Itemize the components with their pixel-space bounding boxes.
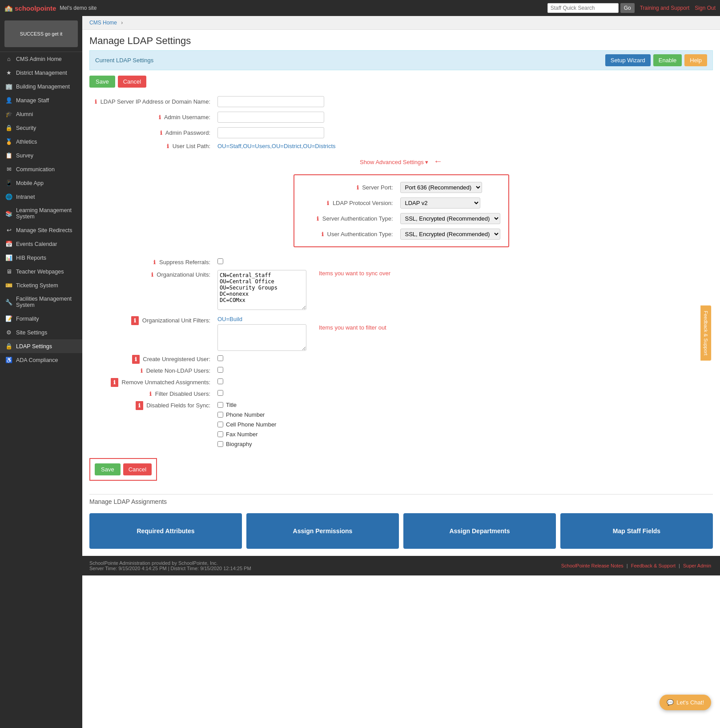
user-auth-row: ℹ User Authentication Type: SSL, Encrypt… [299, 226, 504, 242]
server-port-info-icon[interactable]: ℹ [357, 185, 359, 191]
sidebar-item-survey[interactable]: 📋 Survey [0, 149, 82, 162]
sidebar-item-site-settings[interactable]: ⚙ Site Settings [0, 326, 82, 339]
ada-compliance-icon: ♿ [5, 357, 12, 363]
sidebar-item-cms-admin[interactable]: ⌂ CMS Admin Home [0, 52, 82, 66]
admin-password-info-icon[interactable]: ℹ [160, 130, 162, 136]
user-list-path-info-icon[interactable]: ℹ [167, 143, 169, 149]
org-units-info-icon[interactable]: ℹ [151, 272, 153, 278]
admin-username-info-icon[interactable]: ℹ [159, 114, 161, 121]
disabled-field-biography[interactable]: Biography [217, 441, 709, 447]
assignment-card-assign-departments[interactable]: Assign Departments [403, 513, 556, 549]
protocol-version-select[interactable]: LDAP v2 LDAP v3 [400, 197, 480, 209]
staff-search-input[interactable] [547, 3, 619, 13]
disabled-field-fax-checkbox[interactable] [217, 431, 223, 437]
filter-disabled-info-icon[interactable]: ℹ [149, 391, 152, 397]
top-save-button[interactable]: Save [89, 76, 115, 88]
show-advanced-link[interactable]: Show Advanced Settings ▾ [360, 159, 428, 165]
sidebar-item-teacher-webpages[interactable]: 🖥 Teacher Webpages [0, 265, 82, 278]
disabled-field-phone[interactable]: Phone Number [217, 411, 709, 418]
chat-icon: 💬 [667, 699, 674, 706]
create-unregistered-checkbox[interactable] [217, 355, 223, 361]
release-notes-link[interactable]: SchoolPointe Release Notes [561, 563, 623, 568]
disabled-fields-list: Title Phone Number Cell Phone Number [217, 402, 709, 449]
disabled-field-phone-checkbox[interactable] [217, 412, 223, 418]
protocol-version-info-icon[interactable]: ℹ [327, 200, 329, 206]
sidebar-item-building-mgmt[interactable]: 🏢 Building Management [0, 80, 82, 93]
sidebar-item-alumni[interactable]: 🎓 Alumni [0, 107, 82, 121]
org-unit-filter-info-icon[interactable]: ℹ [131, 316, 139, 325]
filter-disabled-checkbox[interactable] [217, 390, 223, 396]
disabled-field-cell-phone[interactable]: Cell Phone Number [217, 421, 709, 428]
setup-wizard-button[interactable]: Setup Wizard [605, 54, 651, 66]
suppress-referrals-checkbox[interactable] [217, 258, 223, 264]
server-auth-select[interactable]: SSL, Encrypted (Recommended) None [400, 213, 500, 224]
suppress-referrals-label: ℹ Suppress Referrals: [89, 256, 214, 268]
sidebar-item-site-redirects[interactable]: ↩ Manage Site Redirects [0, 223, 82, 237]
help-button[interactable]: Help [684, 54, 707, 66]
top-cancel-button[interactable]: Cancel [118, 76, 146, 88]
super-admin-link[interactable]: Super Admin [683, 563, 711, 568]
sidebar-item-athletics[interactable]: 🏅 Athletics [0, 135, 82, 149]
suppress-referrals-info-icon[interactable]: ℹ [153, 259, 156, 265]
admin-password-input[interactable] [217, 127, 324, 138]
sidebar-item-district-mgmt[interactable]: ★ District Management [0, 66, 82, 80]
create-unregistered-info-icon[interactable]: ℹ [132, 355, 140, 364]
user-auth-info-icon[interactable]: ℹ [322, 231, 324, 237]
enable-button[interactable]: Enable [653, 54, 682, 66]
district-mgmt-icon: ★ [5, 69, 12, 76]
sidebar-item-ldap-settings[interactable]: 🔒 LDAP Settings [0, 339, 82, 353]
server-ip-info-icon[interactable]: ℹ [95, 99, 97, 105]
remove-unmatched-info-icon[interactable]: ℹ [111, 378, 118, 387]
org-units-textarea[interactable]: CN=Central_Staff OU=Central Office OU=Se… [217, 270, 306, 310]
sidebar-item-intranet[interactable]: 🌐 Intranet [0, 190, 82, 204]
disabled-fields-info-icon[interactable]: ℹ [136, 401, 143, 410]
sidebar-item-communication[interactable]: ✉ Communication [0, 162, 82, 176]
user-auth-select[interactable]: SSL, Encrypted (Recommended) None [400, 229, 500, 240]
sidebar-item-survey-label: Survey [16, 153, 33, 159]
server-auth-info-icon[interactable]: ℹ [317, 216, 319, 222]
delete-non-ldap-info-icon[interactable]: ℹ [141, 368, 143, 374]
bottom-save-button[interactable]: Save [95, 463, 121, 475]
delete-non-ldap-row: ℹ Delete Non-LDAP Users: [89, 365, 713, 376]
admin-username-input[interactable] [217, 112, 324, 123]
sidebar-item-manage-staff[interactable]: 👤 Manage Staff [0, 93, 82, 107]
sidebar-item-hib-reports[interactable]: 📊 HIB Reports [0, 251, 82, 265]
sidebar-item-events-calendar[interactable]: 📅 Events Calendar [0, 237, 82, 251]
sidebar-item-formality[interactable]: 📝 Formality [0, 312, 82, 326]
bottom-cancel-button[interactable]: Cancel [123, 463, 152, 475]
sidebar-item-facilities[interactable]: 🔧 Facilities Management System [0, 292, 82, 312]
server-port-select-cell: Port 636 (Recommended) Port 389 [397, 180, 504, 195]
assignment-card-assign-permissions[interactable]: Assign Permissions [246, 513, 399, 549]
disabled-field-fax[interactable]: Fax Number [217, 431, 709, 438]
disabled-field-cell-phone-checkbox[interactable] [217, 422, 223, 427]
server-ip-input[interactable] [217, 96, 324, 107]
signout-link[interactable]: Sign Out [695, 5, 716, 11]
delete-non-ldap-checkbox[interactable] [217, 367, 223, 373]
disabled-field-cell-phone-label: Cell Phone Number [226, 421, 276, 428]
sidebar-item-ada-compliance[interactable]: ♿ ADA Compliance [0, 353, 82, 367]
breadcrumb: CMS Home › [82, 16, 720, 30]
assignment-card-map-staff-fields[interactable]: Map Staff Fields [560, 513, 713, 549]
disabled-field-biography-checkbox[interactable] [217, 441, 223, 447]
sidebar-item-lms[interactable]: 📚 Learning Management System [0, 204, 82, 223]
disabled-field-fax-label: Fax Number [226, 431, 258, 438]
training-link[interactable]: Training and Support [640, 5, 690, 11]
breadcrumb-home[interactable]: CMS Home [89, 20, 117, 26]
sidebar-item-staff-label: Manage Staff [16, 97, 49, 104]
assignment-card-required-attributes[interactable]: Required Attributes [89, 513, 242, 549]
feedback-tab[interactable]: Feedback & Support [700, 305, 711, 360]
feedback-support-link[interactable]: Feedback & Support [631, 563, 676, 568]
sidebar-item-ticketing[interactable]: 🎫 Ticketing System [0, 278, 82, 292]
org-unit-filter-textarea[interactable] [217, 324, 306, 351]
remove-unmatched-checkbox[interactable] [217, 378, 223, 384]
sidebar-item-security[interactable]: 🔒 Security [0, 121, 82, 135]
sidebar-item-mobile-app[interactable]: 📱 Mobile App [0, 176, 82, 190]
page-header: Manage LDAP Settings [82, 30, 720, 50]
ldap-settings-icon: 🔒 [5, 343, 12, 350]
disabled-field-title[interactable]: Title [217, 402, 709, 408]
chat-button[interactable]: 💬 Let's Chat! [660, 695, 711, 710]
server-port-select[interactable]: Port 636 (Recommended) Port 389 [400, 182, 482, 193]
staff-search-button[interactable]: Go [620, 3, 635, 13]
sidebar-item-district-label: District Management [16, 70, 67, 76]
disabled-field-title-checkbox[interactable] [217, 402, 223, 408]
